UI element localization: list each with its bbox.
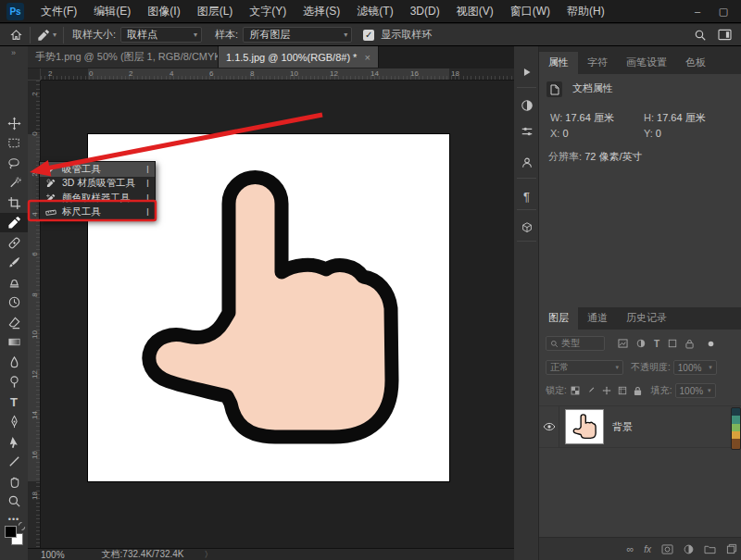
ruler-vertical[interactable]: 2 0 2 4 6 8 10 12 14 16 18 (28, 81, 41, 560)
layer-thumbnail[interactable] (566, 410, 603, 443)
tab-channels[interactable]: 通道 (578, 307, 617, 330)
properties-panel: 文档属性 W: 17.64 厘米 H: 17.64 厘米 X: 0 Y: 0 分… (539, 74, 741, 307)
layers-panel: 类型 T 正常 ▾ 不透明度: 100% (539, 330, 741, 537)
lock-artboard-icon[interactable] (618, 386, 627, 395)
gradient-tool[interactable] (0, 332, 28, 352)
menu-edit[interactable]: 编辑(E) (85, 0, 139, 22)
tool-presets-panel-icon[interactable] (514, 120, 539, 143)
magic-wand-tool[interactable] (0, 173, 28, 193)
foreground-color-swatch[interactable] (5, 526, 17, 538)
actions-panel-icon[interactable] (514, 61, 539, 83)
path-selection-tool[interactable] (0, 432, 28, 452)
chevron-down-icon: ▾ (53, 31, 57, 39)
crop-tool[interactable] (0, 193, 28, 213)
menu-item-eyedropper[interactable]: 吸管工具 I (40, 162, 155, 177)
lock-all-icon[interactable] (634, 386, 642, 396)
tab-character[interactable]: 字符 (578, 52, 617, 74)
layer-visibility-toggle[interactable] (539, 405, 559, 448)
home-icon[interactable] (9, 29, 23, 42)
menu-item-color-sampler[interactable]: 颜色取样器工具 I (40, 191, 155, 205)
filter-smart-objects-icon[interactable] (685, 339, 694, 349)
show-sampling-ring-checkbox[interactable]: ✓ (363, 30, 374, 41)
new-group-icon[interactable] (704, 544, 716, 554)
menu-window[interactable]: 窗口(W) (502, 0, 559, 22)
eyedropper-tool-option[interactable]: ▾ (37, 29, 57, 42)
3d-panel-icon[interactable] (514, 217, 539, 239)
menu-layer[interactable]: 图层(L) (189, 0, 242, 22)
smudge-tool[interactable] (0, 353, 28, 372)
lock-transparent-icon[interactable] (571, 386, 580, 395)
document-tab-1[interactable]: 手势1.png @ 50% (图层 1, RGB/8/CMYK) * × (28, 46, 219, 68)
filter-adjustment-layers-icon[interactable] (636, 339, 646, 348)
eyedropper-tool[interactable] (0, 213, 28, 232)
brush-tool[interactable] (0, 253, 28, 272)
sample-size-select[interactable]: 取样点 ▾ (120, 27, 202, 43)
hand-tool[interactable] (0, 472, 28, 492)
zoom-tool[interactable] (0, 492, 28, 511)
menu-filter[interactable]: 滤镜(T) (348, 0, 401, 22)
filter-toggle-icon[interactable] (708, 341, 714, 347)
layer-name: 背景 (612, 420, 633, 434)
maximize-button[interactable]: ▢ (717, 6, 730, 18)
lock-pixels-icon[interactable] (586, 386, 596, 395)
toolbar-grip[interactable]: » (0, 48, 28, 57)
layer-style-icon[interactable]: fx (644, 544, 651, 554)
eraser-tool[interactable] (0, 313, 28, 332)
menu-3d[interactable]: 3D(D) (402, 0, 448, 22)
lock-position-icon[interactable] (602, 386, 611, 395)
layer-row-background[interactable]: 背景 (539, 405, 741, 448)
swap-colors-icon[interactable] (18, 522, 26, 530)
chevron-down-icon: ▾ (188, 31, 197, 39)
adjustments-panel-icon[interactable] (514, 94, 539, 117)
tab-layers[interactable]: 图层 (539, 307, 578, 330)
link-layers-icon[interactable]: ∞ (626, 543, 634, 554)
new-layer-icon[interactable] (726, 543, 737, 554)
tab-history[interactable]: 历史记录 (617, 307, 676, 330)
search-icon[interactable] (694, 29, 707, 42)
type-tool[interactable]: T (0, 392, 28, 412)
close-tab-icon[interactable]: × (364, 52, 370, 63)
layer-filter-select[interactable]: 类型 (546, 336, 605, 351)
workspace-icon[interactable] (718, 29, 732, 41)
menu-type[interactable]: 文字(Y) (241, 0, 295, 22)
filter-shape-layers-icon[interactable] (668, 339, 677, 348)
new-adjustment-layer-icon[interactable] (684, 544, 694, 554)
move-tool[interactable] (0, 114, 28, 133)
sample-select[interactable]: 所有图层 ▾ (243, 27, 352, 43)
clone-stamp-tool[interactable] (0, 273, 28, 292)
menu-image[interactable]: 图像(I) (139, 0, 188, 22)
zoom-level-field[interactable]: 100% (41, 550, 65, 560)
menu-view[interactable]: 视图(V) (448, 0, 502, 22)
marquee-tool[interactable] (0, 133, 28, 153)
lasso-tool[interactable] (0, 154, 28, 173)
blend-mode-select[interactable]: 正常 ▾ (546, 360, 623, 375)
dodge-tool[interactable] (0, 372, 28, 392)
spot-healing-tool[interactable] (0, 233, 28, 253)
fill-select[interactable]: 100% ▾ (675, 383, 716, 398)
menu-file[interactable]: 文件(F) (32, 0, 85, 22)
menu-item-ruler-tool[interactable]: 标尺工具 I (40, 205, 155, 220)
blend-row: 正常 ▾ 不透明度: 100% ▾ (546, 360, 735, 375)
opacity-select[interactable]: 100% ▾ (673, 360, 717, 375)
menu-item-3d-material-eyedropper[interactable]: 3D 材质吸管工具 I (40, 177, 155, 192)
add-mask-icon[interactable] (661, 544, 673, 554)
show-sampling-ring-label: 显示取样环 (381, 28, 432, 42)
document-tab-2[interactable]: 1.1.5.jpg @ 100%(RGB/8#) * × (219, 46, 379, 68)
filter-type-layers-icon[interactable]: T (654, 339, 659, 349)
line-tool[interactable] (0, 452, 28, 471)
history-brush-tool[interactable] (0, 292, 28, 312)
paragraph-panel-icon[interactable]: ¶ (514, 185, 539, 207)
libraries-panel-icon[interactable] (514, 152, 539, 174)
tab-swatches[interactable]: 色板 (676, 52, 715, 74)
tab-properties[interactable]: 属性 (539, 52, 578, 74)
menu-select[interactable]: 选择(S) (295, 0, 348, 22)
filter-pixel-layers-icon[interactable] (618, 339, 628, 348)
menu-help[interactable]: 帮助(H) (559, 0, 613, 22)
photoshop-window: Ps 文件(F) 编辑(E) 图像(I) 图层(L) 文字(Y) 选择(S) 滤… (0, 0, 741, 560)
status-popup-chevron[interactable]: 〉 (205, 549, 213, 560)
tab-brush-settings[interactable]: 画笔设置 (617, 52, 676, 74)
ruler-horizontal[interactable]: 2 0 2 4 6 8 10 12 14 16 18 (41, 68, 514, 81)
check-icon: ✓ (365, 30, 372, 40)
pen-tool[interactable] (0, 412, 28, 431)
minimize-button[interactable]: – (691, 6, 704, 18)
